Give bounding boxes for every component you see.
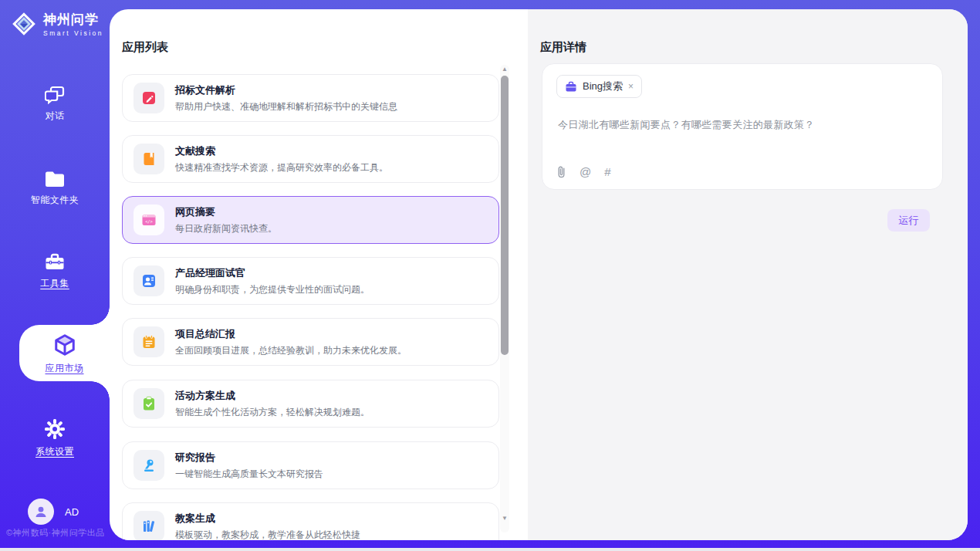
app-list: 招标文件解析 帮助用户快速、准确地理解和解析招标书中的关键信息 文献搜索 快速精… [110,65,528,540]
run-button[interactable]: 运行 [887,209,930,232]
books-icon [133,511,164,540]
app-frame: 神州问学 Smart Vision 对话 智能文件夹 [0,0,980,548]
scroll-up-icon[interactable]: ▲ [500,65,509,74]
sidebar-item-smart-folder[interactable]: 智能文件夹 [0,170,110,207]
app-card-title: 产品经理面试官 [175,266,370,280]
tool-tag-bing-search[interactable]: Bing搜索 × [556,75,642,98]
app-card-web-summary[interactable]: </> 网页摘要 每日政府新闻资讯快查。 [122,196,499,244]
sidebar: 神州问学 Smart Vision 对话 智能文件夹 [0,0,110,548]
app-card-literature-search[interactable]: 文献搜索 快速精准查找学术资源，提高研究效率的必备工具。 [122,135,499,183]
sidebar-item-label: 智能文件夹 [31,194,79,207]
app-card-title: 教案生成 [175,512,360,526]
app-card-desc: 帮助用户快速、准确地理解和解析招标书中的关键信息 [175,100,397,113]
app-list-title: 应用列表 [122,40,168,55]
sidebar-item-label: 工具集 [40,277,69,290]
paperclip-icon[interactable] [556,165,566,178]
sidebar-item-chat[interactable]: 对话 [0,85,110,123]
app-card-title: 网页摘要 [175,205,277,219]
app-card-desc: 快速精准查找学术资源，提高研究效率的必备工具。 [175,161,388,174]
book-icon [133,144,164,174]
tag-close-icon[interactable]: × [628,81,634,92]
app-card-project-summary[interactable]: 项目总结汇报 全面回顾项目进展，总结经验教训，助力未来优化发展。 [122,318,499,366]
brand-text: 神州问学 Smart Vision [43,11,103,37]
prompt-input[interactable]: 今日湖北有哪些新闻要点？有哪些需要关注的最新政策？ [558,118,921,132]
microscope-icon [133,450,164,481]
chat-icon [45,85,66,104]
app-card-tender-analysis[interactable]: 招标文件解析 帮助用户快速、准确地理解和解析招标书中的关键信息 [122,74,499,122]
app-card-desc: 一键智能生成高质量长文本研究报告 [175,468,323,481]
scroll-down-icon[interactable]: ▼ [500,514,509,523]
hashtag-icon[interactable]: # [604,165,610,178]
svg-text:</>: </> [145,219,153,224]
browser-code-icon: </> [133,205,164,235]
brand-logo-icon [11,11,37,37]
sidebar-item-label: 系统设置 [35,445,74,458]
sidebar-item-label: 对话 [46,110,65,123]
sidebar-item-label: 应用市场 [46,362,84,375]
app-card-title: 活动方案生成 [175,389,370,403]
attachment-toolbar: @ # [556,165,611,178]
cube-icon [53,333,76,357]
interviewer-icon [133,265,164,296]
gear-icon [44,418,66,440]
user-name: AD [65,506,79,518]
app-list-scrollbar[interactable]: ▲ ▼ [500,65,509,532]
app-detail-title: 应用详情 [540,40,586,55]
brand-subtitle: Smart Vision [43,29,103,37]
main-panel: 应用列表 招标文件解析 帮助用户快速、准确地理解和解析招标书中的关键信息 [110,9,968,540]
app-card-event-plan[interactable]: 活动方案生成 智能生成个性化活动方案，轻松解决规划难题。 [122,380,499,428]
app-card-desc: 模板驱动，教案秒成，教学准备从此轻松快捷 [175,529,360,541]
app-card-lesson-plan[interactable]: 教案生成 模板驱动，教案秒成，教学准备从此轻松快捷 [122,502,499,540]
copyright-text: ©神州数码·神州问学出品 [6,527,110,539]
report-note-icon [133,326,164,357]
app-card-research-report[interactable]: 研究报告 一键智能生成高质量长文本研究报告 [122,441,499,489]
folder-icon [44,170,66,188]
brand: 神州问学 Smart Vision [11,11,103,37]
avatar [28,499,54,525]
clipboard-check-icon [133,388,164,419]
user-account[interactable]: AD [28,499,79,525]
briefcase-tool-icon [565,81,577,93]
app-detail-panel: 应用详情 Bing搜索 × 今日湖北有哪些新闻要点？有哪些需要关注的最新政策？ [528,9,968,540]
tool-tag-label: Bing搜索 [583,79,623,93]
sidebar-item-toolset[interactable]: 工具集 [0,252,110,290]
app-card-desc: 每日政府新闻资讯快查。 [175,222,277,235]
tender-doc-icon [133,83,164,113]
app-card-title: 项目总结汇报 [175,327,407,341]
mention-icon[interactable]: @ [580,165,591,178]
prompt-card[interactable]: Bing搜索 × 今日湖北有哪些新闻要点？有哪些需要关注的最新政策？ @ # [542,63,943,190]
app-card-desc: 全面回顾项目进展，总结经验教训，助力未来优化发展。 [175,344,407,357]
briefcase-icon [44,252,66,272]
app-card-title: 招标文件解析 [175,83,397,97]
app-card-title: 研究报告 [175,451,323,465]
app-card-desc: 明确身份和职责，为您提供专业性的面试问题。 [175,283,370,296]
app-card-title: 文献搜索 [175,144,388,158]
sidebar-item-app-market[interactable]: 应用市场 [19,333,110,375]
app-card-pm-interviewer[interactable]: 产品经理面试官 明确身份和职责，为您提供专业性的面试问题。 [122,257,499,305]
scrollbar-thumb[interactable] [501,76,509,355]
sidebar-item-settings[interactable]: 系统设置 [0,418,110,458]
brand-name: 神州问学 [43,11,103,29]
app-card-desc: 智能生成个性化活动方案，轻松解决规划难题。 [175,406,370,419]
